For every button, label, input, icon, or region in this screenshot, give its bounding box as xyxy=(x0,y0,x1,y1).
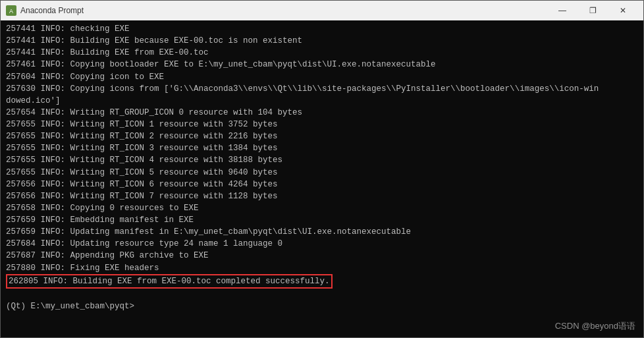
watermark: CSDN @beyond语语 xyxy=(555,320,635,332)
title-bar: A Anaconda Prompt — ❐ ✕ xyxy=(1,1,643,20)
app-icon: A xyxy=(6,5,16,16)
window-title: Anaconda Prompt xyxy=(20,6,84,15)
console-area: 257441 INFO: checking EXE 257441 INFO: B… xyxy=(1,20,643,337)
window-controls: — ❐ ✕ xyxy=(547,1,638,20)
close-button[interactable]: ✕ xyxy=(608,1,638,20)
console-output: 257441 INFO: checking EXE 257441 INFO: B… xyxy=(6,23,638,312)
minimize-button[interactable]: — xyxy=(547,1,577,20)
window: A Anaconda Prompt — ❐ ✕ 257441 INFO: che… xyxy=(0,0,644,338)
title-bar-left: A Anaconda Prompt xyxy=(6,5,84,16)
highlighted-line: 262805 INFO: Building EXE from EXE-00.to… xyxy=(6,274,333,289)
svg-text:A: A xyxy=(9,8,13,14)
maximize-button[interactable]: ❐ xyxy=(577,1,608,20)
